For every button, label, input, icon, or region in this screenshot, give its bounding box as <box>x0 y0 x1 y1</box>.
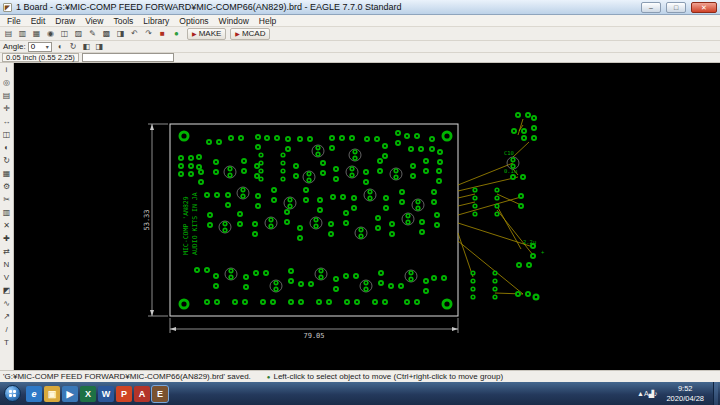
rotate-tool[interactable]: ↻ <box>0 154 13 167</box>
mark-tool[interactable]: ✛ <box>0 102 13 115</box>
taskbar-clock[interactable]: 9:52 2020/04/28 <box>666 384 704 403</box>
board-canvas[interactable]: MIC-COMP 'AN829AUDIO KITS IN JAC100.1u2.… <box>14 63 720 370</box>
component-rh <box>364 136 380 142</box>
make-button[interactable]: ▶MAKE <box>187 28 226 40</box>
taskbar-word-icon[interactable]: W <box>98 386 114 402</box>
schematic-board-switch-button[interactable]: ◫ <box>58 27 71 40</box>
taskbar-acrobat-icon[interactable]: A <box>134 386 150 402</box>
maximize-button[interactable]: □ <box>666 2 686 13</box>
save-button[interactable]: ▥ <box>16 27 29 40</box>
taskbar-powerpoint-icon[interactable]: P <box>116 386 132 402</box>
component-cap <box>225 268 237 280</box>
eagle-app-icon: ◤ <box>3 3 12 12</box>
menu-options[interactable]: Options <box>174 16 213 26</box>
go-button[interactable]: ● <box>170 27 183 40</box>
rotate-button[interactable]: ↻ <box>67 40 80 53</box>
component-rv <box>410 163 416 179</box>
chevron-down-icon: ▾ <box>46 43 49 50</box>
open-button[interactable]: ▤ <box>2 27 15 40</box>
paste-tool[interactable]: ▥ <box>0 206 13 219</box>
value-tool[interactable]: V <box>0 271 13 284</box>
grid-button[interactable]: ▩ <box>100 27 113 40</box>
component-rh <box>178 163 194 169</box>
menu-help[interactable]: Help <box>254 16 281 26</box>
component-rv <box>297 225 303 241</box>
show-desktop-button[interactable] <box>713 382 718 405</box>
mirror-tool[interactable]: ◐ <box>0 141 13 154</box>
component-label: + <box>541 249 545 255</box>
component-rv <box>395 130 401 146</box>
component-rv <box>377 158 383 174</box>
component-cap <box>270 280 282 292</box>
flip-vertical-button[interactable]: ◨ <box>93 40 106 53</box>
ripup-tool[interactable]: ↗ <box>0 310 13 323</box>
stop-button[interactable]: ■ <box>156 27 169 40</box>
run-script-button[interactable]: ✎ <box>86 27 99 40</box>
component-ic <box>470 270 497 299</box>
menu-view[interactable]: View <box>80 16 108 26</box>
cam-processor-button[interactable]: ◉ <box>44 27 57 40</box>
taskbar-ie-icon[interactable]: e <box>26 386 42 402</box>
component-rh <box>260 299 276 305</box>
minimize-button[interactable]: – <box>641 2 661 13</box>
component-rv <box>237 211 243 227</box>
menu-tools[interactable]: Tools <box>108 16 138 26</box>
menu-library[interactable]: Library <box>138 16 174 26</box>
info-tool[interactable]: i <box>0 63 13 76</box>
change-tool[interactable]: ⚙ <box>0 180 13 193</box>
name-tool[interactable]: N <box>0 258 13 271</box>
redo-button[interactable]: ↷ <box>142 27 155 40</box>
component-rv <box>241 158 247 174</box>
component-cap <box>284 197 296 209</box>
component-cap <box>390 168 402 180</box>
mcad-button[interactable]: ▶MCAD <box>230 28 270 40</box>
taskbar-explorer-icon[interactable]: ▣ <box>44 386 60 402</box>
taskbar-mediaplayer-icon[interactable]: ▶ <box>62 386 78 402</box>
smash-tool[interactable]: ◩ <box>0 284 13 297</box>
replace-tool[interactable]: ⇄ <box>0 245 13 258</box>
component-cap <box>360 280 372 292</box>
component-rv <box>284 209 290 225</box>
delete-tool[interactable]: ✕ <box>0 219 13 232</box>
menu-window[interactable]: Window <box>214 16 254 26</box>
menu-edit[interactable]: Edit <box>26 16 51 26</box>
component-rh <box>194 267 210 273</box>
component-rh <box>228 135 244 141</box>
wire-tool[interactable]: / <box>0 323 13 336</box>
add-tool[interactable]: ✚ <box>0 232 13 245</box>
window-title: 1 Board - G:¥MIC-COMP FEED FORWARD¥MIC-C… <box>16 2 636 12</box>
taskbar-excel-icon[interactable]: X <box>80 386 96 402</box>
layer-settings-button[interactable]: ◨ <box>114 27 127 40</box>
component-rh <box>288 299 304 305</box>
component-rv <box>363 169 369 185</box>
close-button[interactable]: ✕ <box>691 2 717 13</box>
menu-draw[interactable]: Draw <box>50 16 80 26</box>
command-input[interactable] <box>82 53 174 62</box>
flip-horizontal-button[interactable]: ◧ <box>80 40 93 53</box>
display-tool[interactable]: ▤ <box>0 89 13 102</box>
text-tool[interactable]: T <box>0 336 13 349</box>
mirror-button[interactable]: ◐ <box>54 40 67 53</box>
component-cap <box>349 149 361 161</box>
group-tool[interactable]: ▦ <box>0 167 13 180</box>
start-button[interactable] <box>4 385 21 402</box>
move-tool[interactable]: ↔ <box>0 115 13 128</box>
route-tool[interactable]: ∿ <box>0 297 13 310</box>
component-rh <box>298 281 314 287</box>
menu-file[interactable]: File <box>2 16 26 26</box>
angle-dropdown[interactable]: 0 ▾ <box>28 42 52 52</box>
copy-tool[interactable]: ◫ <box>0 128 13 141</box>
taskbar-eagle-icon[interactable]: E <box>152 386 168 402</box>
component-rh <box>408 146 424 152</box>
show-tool[interactable]: ◎ <box>0 76 13 89</box>
component-rh <box>372 299 388 305</box>
undo-button[interactable]: ↶ <box>128 27 141 40</box>
component-rv <box>375 215 381 231</box>
tray-volume-icon[interactable]: ♪ <box>654 390 658 397</box>
print-button[interactable]: ▦ <box>30 27 43 40</box>
use-library-button[interactable]: ▨ <box>72 27 85 40</box>
component-cap <box>224 166 236 178</box>
cut-tool[interactable]: ✂ <box>0 193 13 206</box>
tray-expand-icon[interactable]: ▲ <box>637 390 644 397</box>
component-rv <box>288 268 294 284</box>
